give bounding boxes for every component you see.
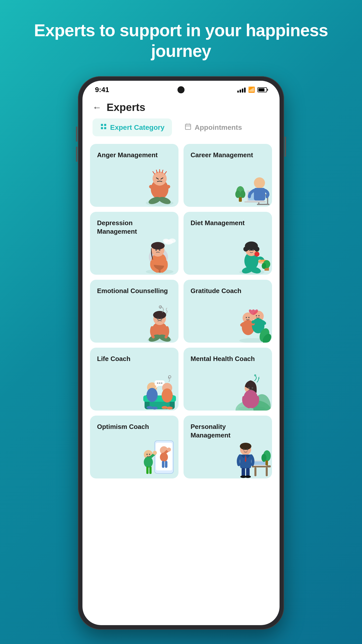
svg-rect-112 [254, 467, 256, 476]
category-label-optimism-coach: Optimism Coach [97, 423, 149, 430]
svg-point-120 [245, 475, 251, 478]
category-card-career-management[interactable]: Career Management [184, 144, 272, 207]
illustration-life-coach [138, 365, 178, 411]
svg-point-25 [240, 190, 245, 198]
category-card-gratitude-coach[interactable]: Gratitude Coach [184, 280, 272, 343]
svg-point-54 [153, 311, 166, 319]
tabs-bar: Expert Category Appointments [82, 118, 280, 141]
svg-point-82 [162, 388, 173, 403]
illustration-gratitude [232, 297, 272, 343]
svg-point-66 [248, 317, 250, 318]
illustration-mental-health [232, 365, 272, 411]
svg-point-65 [246, 317, 247, 318]
hero-title: Experts to support in your happiness jou… [0, 0, 362, 76]
tab-appointments[interactable]: Appointments [177, 118, 249, 136]
tab-expert-category[interactable]: Expert Category [93, 118, 172, 136]
svg-point-123 [247, 449, 248, 450]
status-time: 9:41 [95, 86, 109, 94]
svg-point-41 [254, 247, 259, 252]
svg-point-87 [167, 407, 173, 410]
wifi-icon: 📶 [248, 87, 255, 93]
svg-point-31 [155, 249, 157, 251]
power-button [285, 137, 286, 157]
svg-point-58 [157, 318, 159, 320]
category-card-mental-health-coach[interactable]: Mental Health Coach [184, 348, 272, 411]
svg-point-83 [168, 376, 171, 378]
svg-point-122 [243, 449, 245, 450]
category-label-mental-health-coach: Mental Health Coach [191, 355, 255, 363]
phone-frame: 9:41 📶 ← Experts [78, 76, 284, 630]
status-icons: 📶 [237, 87, 267, 93]
category-card-emotional-counselling[interactable]: Emotional Counselling [90, 280, 178, 343]
svg-point-76 [147, 388, 158, 402]
category-card-diet-management[interactable]: Diet Management [184, 212, 272, 275]
category-label-diet-management: Diet Management [191, 219, 245, 227]
svg-point-84 [147, 406, 153, 409]
svg-point-109 [149, 454, 150, 455]
category-label-life-coach: Life Coach [97, 355, 130, 363]
category-card-life-coach[interactable]: Life Coach [90, 348, 178, 411]
category-card-personality-management[interactable]: Personality Management [184, 416, 272, 478]
category-card-anger-management[interactable]: Anger Management [90, 144, 178, 207]
app-header: ← Experts [82, 96, 280, 118]
svg-point-35 [163, 239, 169, 243]
svg-point-32 [159, 249, 160, 251]
svg-rect-4 [186, 124, 191, 130]
battery-icon [257, 87, 267, 92]
svg-point-105 [153, 451, 157, 455]
illustration-depression [138, 229, 178, 275]
back-button[interactable]: ← [93, 102, 102, 113]
svg-point-50 [252, 249, 254, 251]
svg-point-79 [159, 382, 160, 384]
category-label-personality-management: Personality Management [191, 423, 231, 439]
svg-point-67 [256, 315, 257, 316]
svg-rect-22 [239, 197, 242, 202]
svg-point-45 [254, 252, 259, 257]
svg-point-30 [151, 242, 165, 250]
illustration-career [232, 162, 272, 207]
categories-scroll-area[interactable]: Anger Management [82, 141, 280, 625]
page-title: Experts [107, 101, 145, 113]
svg-point-86 [162, 406, 168, 409]
svg-rect-19 [244, 201, 266, 203]
svg-rect-102 [165, 461, 167, 468]
svg-rect-118 [246, 468, 250, 477]
calendar-icon [185, 123, 192, 132]
illustration-optimism [138, 433, 178, 478]
category-card-depression-management[interactable]: Depression Management [90, 212, 178, 275]
svg-point-94 [248, 387, 250, 389]
svg-rect-114 [254, 461, 266, 465]
svg-rect-3 [104, 127, 106, 129]
svg-point-80 [161, 382, 162, 384]
camera-notch [177, 86, 185, 93]
category-label-emotional-counselling: Emotional Counselling [97, 287, 168, 295]
svg-rect-21 [254, 188, 265, 200]
svg-point-20 [254, 177, 265, 188]
svg-rect-106 [146, 466, 149, 474]
category-card-optimism-coach[interactable]: Optimism Coach [90, 416, 178, 478]
illustration-diet [232, 229, 272, 275]
svg-point-85 [152, 407, 158, 410]
svg-point-121 [240, 443, 251, 450]
svg-rect-16 [257, 204, 269, 205]
illustration-anger [138, 162, 178, 207]
svg-rect-107 [149, 466, 152, 474]
svg-point-93 [254, 374, 256, 376]
volume-down-button [76, 147, 77, 162]
svg-point-48 [262, 263, 266, 269]
svg-point-34 [169, 238, 176, 243]
svg-point-100 [167, 448, 171, 452]
svg-point-24 [235, 190, 240, 198]
svg-rect-101 [162, 461, 164, 468]
category-label-depression-management: Depression Management [97, 219, 137, 235]
phone-screen: 9:41 📶 ← Experts [82, 81, 280, 625]
svg-point-108 [147, 454, 148, 455]
svg-point-78 [157, 382, 158, 384]
category-label-gratitude-coach: Gratitude Coach [191, 287, 241, 295]
svg-point-95 [252, 387, 253, 389]
tab-expert-category-label: Expert Category [110, 124, 164, 132]
category-label-career-management: Career Management [191, 151, 253, 159]
svg-rect-111 [266, 467, 268, 476]
categories-grid: Anger Management [90, 144, 272, 478]
svg-rect-2 [101, 127, 103, 129]
